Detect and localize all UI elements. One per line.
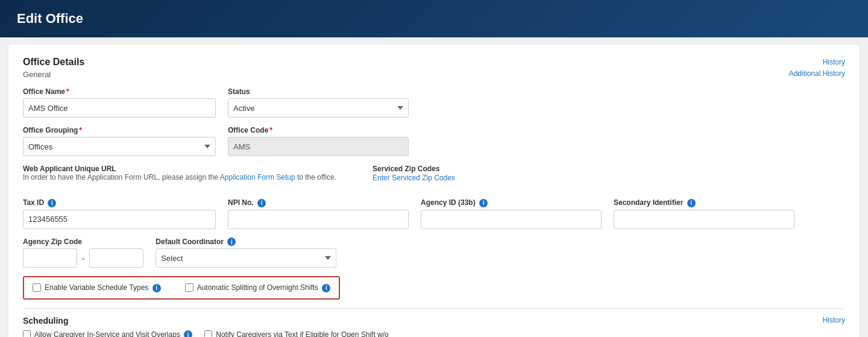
default-coordinator-select[interactable]: Select <box>156 248 336 268</box>
serviced-zip-section: Serviced Zip Codes Enter Serviced Zip Co… <box>373 165 455 182</box>
auto-splitting-info-icon[interactable]: i <box>322 284 330 292</box>
row-tax-npi-agency-secondary: Tax ID i NPI No. i Agency ID (33b) i Sec… <box>23 198 845 229</box>
office-code-group: Office Code* <box>228 126 409 156</box>
secondary-id-input[interactable] <box>614 210 794 229</box>
auto-splitting-item: Automatic Splitting of Overnight Shifts … <box>185 283 331 292</box>
npi-no-input[interactable] <box>228 210 409 229</box>
allow-caregiver-info-icon[interactable]: i <box>184 330 192 337</box>
office-grouping-label: Office Grouping* <box>23 126 216 134</box>
auto-splitting-label[interactable]: Automatic Splitting of Overnight Shifts … <box>197 283 331 292</box>
history-links-block: History Additional History <box>789 57 845 80</box>
enable-variable-checkbox[interactable] <box>33 283 41 292</box>
secondary-id-info-icon[interactable]: i <box>687 199 696 207</box>
web-url-title: Web Applicant Unique URL <box>23 165 336 173</box>
section-heading-block: Office Details General <box>23 57 84 87</box>
status-group: Status Active Inactive <box>228 87 409 118</box>
notify-caregivers-checkbox[interactable] <box>204 330 212 337</box>
scheduling-title: Scheduling <box>23 316 389 326</box>
section-title: Office Details <box>23 57 84 68</box>
row-office-name-status: Office Name* Status Active Inactive <box>23 87 845 118</box>
office-grouping-select[interactable]: Offices <box>23 137 216 156</box>
agency-id-input[interactable] <box>421 210 602 229</box>
agency-zip-input-2[interactable] <box>89 248 143 268</box>
tax-id-label: Tax ID i <box>23 198 216 207</box>
tax-id-group: Tax ID i <box>23 198 216 229</box>
default-coordinator-label: Default Coordinator i <box>156 238 336 247</box>
office-code-input[interactable] <box>228 137 409 156</box>
agency-zip-input-1[interactable] <box>23 248 77 268</box>
npi-info-icon[interactable]: i <box>257 199 266 207</box>
tax-id-input[interactable] <box>23 210 216 229</box>
scheduling-checks: Allow Caregiver In-Service and Visit Ove… <box>23 330 389 338</box>
scheduling-section: Scheduling Allow Caregiver In-Service an… <box>23 316 845 338</box>
agency-id-label: Agency ID (33b) i <box>421 198 602 207</box>
allow-caregiver-checkbox[interactable] <box>23 330 31 337</box>
npi-no-label: NPI No. i <box>228 198 409 207</box>
sub-section-title: General <box>23 70 84 79</box>
npi-no-group: NPI No. i <box>228 198 409 229</box>
office-code-label: Office Code* <box>228 126 409 134</box>
agency-id-group: Agency ID (33b) i <box>421 198 602 229</box>
checkbox-section: Enable Variable Schedule Types i Automat… <box>23 276 340 300</box>
office-grouping-group: Office Grouping* Offices <box>23 126 216 156</box>
status-select[interactable]: Active Inactive <box>228 98 409 118</box>
serviced-zip-title: Serviced Zip Codes <box>373 165 455 173</box>
enable-variable-item: Enable Variable Schedule Types i <box>33 283 161 292</box>
main-content: Office Details General History Additiona… <box>8 45 860 337</box>
notify-caregivers-item: Notify Caregivers via Text if Eligible f… <box>204 330 389 337</box>
scheduling-history-link[interactable]: History <box>823 316 845 324</box>
secondary-id-label: Secondary Identifier i <box>614 198 794 207</box>
agency-zip-label: Agency Zip Code <box>23 238 143 246</box>
web-url-desc: In order to have the Application Form UR… <box>23 173 336 181</box>
allow-caregiver-item: Allow Caregiver In-Service and Visit Ove… <box>23 330 192 338</box>
enable-variable-info-icon[interactable]: i <box>153 284 161 292</box>
additional-history-link[interactable]: Additional History <box>789 68 845 80</box>
office-name-input[interactable] <box>23 98 216 118</box>
agency-zip-group: Agency Zip Code - <box>23 238 143 268</box>
row-grouping-code: Office Grouping* Offices Office Code* <box>23 126 845 156</box>
status-label: Status <box>228 87 409 96</box>
page-title: Edit Office <box>17 11 851 27</box>
notify-caregivers-label[interactable]: Notify Caregivers via Text if Eligible f… <box>216 330 389 337</box>
default-coordinator-group: Default Coordinator i Select <box>156 238 336 268</box>
web-url-section: Web Applicant Unique URL In order to hav… <box>23 165 336 181</box>
secondary-id-group: Secondary Identifier i <box>614 198 794 229</box>
scheduling-bottom-row: Scheduling Allow Caregiver In-Service an… <box>23 316 845 338</box>
enter-serviced-zip-link[interactable]: Enter Serviced Zip Codes <box>373 174 455 182</box>
zip-dash: - <box>80 254 87 263</box>
history-link[interactable]: History <box>789 57 845 68</box>
scheduling-left: Scheduling Allow Caregiver In-Service an… <box>23 316 389 338</box>
row-web-url-zip: Web Applicant Unique URL In order to hav… <box>23 165 845 190</box>
top-row: Office Details General History Additiona… <box>23 57 845 87</box>
office-name-group: Office Name* <box>23 87 216 118</box>
tax-id-info-icon[interactable]: i <box>48 199 56 207</box>
allow-caregiver-label[interactable]: Allow Caregiver In-Service and Visit Ove… <box>34 330 192 338</box>
office-name-label: Office Name* <box>23 87 216 96</box>
default-coordinator-info-icon[interactable]: i <box>227 238 236 246</box>
page-header: Edit Office <box>0 0 868 37</box>
enable-variable-label[interactable]: Enable Variable Schedule Types i <box>45 283 161 292</box>
app-form-setup-link[interactable]: Application Form Setup <box>220 173 295 181</box>
agency-id-info-icon[interactable]: i <box>479 199 488 207</box>
row-zip-coordinator: Agency Zip Code - Default Coordinator i … <box>23 238 845 268</box>
auto-splitting-checkbox[interactable] <box>185 283 193 292</box>
section-divider <box>23 308 845 309</box>
